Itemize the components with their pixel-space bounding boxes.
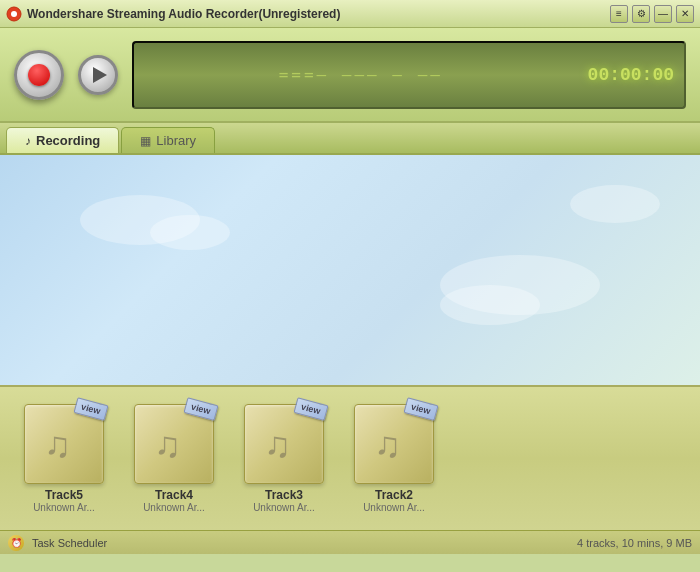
tab-library[interactable]: ▦ Library <box>121 127 215 153</box>
track-4-icon: ♫ view <box>134 404 214 484</box>
recording-tab-label: Recording <box>36 133 100 148</box>
track-4-badge: view <box>184 397 219 421</box>
record-dot-icon <box>28 64 50 86</box>
tab-recording[interactable]: ♪ Recording <box>6 127 119 153</box>
waveform-display: ===— ——— — —— <box>144 43 578 107</box>
track-3-icon: ♫ view <box>244 404 324 484</box>
play-button[interactable] <box>78 55 118 95</box>
minimize-button[interactable]: — <box>654 5 672 23</box>
task-scheduler-label[interactable]: Task Scheduler <box>32 537 569 549</box>
track-2-name: Track2 <box>375 488 413 502</box>
play-icon <box>93 67 107 83</box>
library-tab-label: Library <box>156 133 196 148</box>
menu-button[interactable]: ≡ <box>610 5 628 23</box>
main-content <box>0 155 700 385</box>
track-info: 4 tracks, 10 mins, 9 MB <box>577 537 692 549</box>
track-4-artist: Unknown Ar... <box>143 502 205 513</box>
record-button[interactable] <box>14 50 64 100</box>
track-5-artist: Unknown Ar... <box>33 502 95 513</box>
track-5-icon: ♫ view <box>24 404 104 484</box>
recording-tab-icon: ♪ <box>25 134 31 148</box>
track-3-badge: view <box>294 397 329 421</box>
tab-bar: ♪ Recording ▦ Library <box>0 123 700 155</box>
waveform-area: ===— ——— — —— 00:00:00 <box>132 41 686 109</box>
app-title: Wondershare Streaming Audio Recorder(Unr… <box>27 7 610 21</box>
cloud-5 <box>570 185 660 223</box>
svg-text:♫: ♫ <box>264 424 291 465</box>
library-tab-icon: ▦ <box>140 134 151 148</box>
toolbar: ===— ——— — —— 00:00:00 <box>0 28 700 123</box>
cloud-4 <box>440 285 540 325</box>
track-2-badge: view <box>404 397 439 421</box>
close-button[interactable]: ✕ <box>676 5 694 23</box>
app-icon <box>6 6 22 22</box>
svg-text:♫: ♫ <box>154 424 181 465</box>
track-3-name: Track3 <box>265 488 303 502</box>
title-bar: Wondershare Streaming Audio Recorder(Unr… <box>0 0 700 28</box>
track-item-4[interactable]: ♫ view Track4 Unknown Ar... <box>124 404 224 513</box>
cloud-2 <box>150 215 230 250</box>
track-4-name: Track4 <box>155 488 193 502</box>
track-list: ♫ view Track5 Unknown Ar... ♫ view Track… <box>0 385 700 530</box>
track-2-icon: ♫ view <box>354 404 434 484</box>
svg-text:♫: ♫ <box>44 424 71 465</box>
track-5-badge: view <box>74 397 109 421</box>
track-item-3[interactable]: ♫ view Track3 Unknown Ar... <box>234 404 334 513</box>
timer-display: 00:00:00 <box>578 65 674 85</box>
status-icon: ⏰ <box>8 535 24 551</box>
track-2-artist: Unknown Ar... <box>363 502 425 513</box>
svg-point-1 <box>11 11 17 17</box>
waveform-bars: ===— ——— — —— <box>279 65 443 84</box>
track-item-5[interactable]: ♫ view Track5 Unknown Ar... <box>14 404 114 513</box>
track-3-artist: Unknown Ar... <box>253 502 315 513</box>
status-bar: ⏰ Task Scheduler 4 tracks, 10 mins, 9 MB <box>0 530 700 554</box>
window-controls: ≡ ⚙ — ✕ <box>610 5 694 23</box>
track-item-2[interactable]: ♫ view Track2 Unknown Ar... <box>344 404 444 513</box>
svg-text:♫: ♫ <box>374 424 401 465</box>
track-5-name: Track5 <box>45 488 83 502</box>
settings-button[interactable]: ⚙ <box>632 5 650 23</box>
